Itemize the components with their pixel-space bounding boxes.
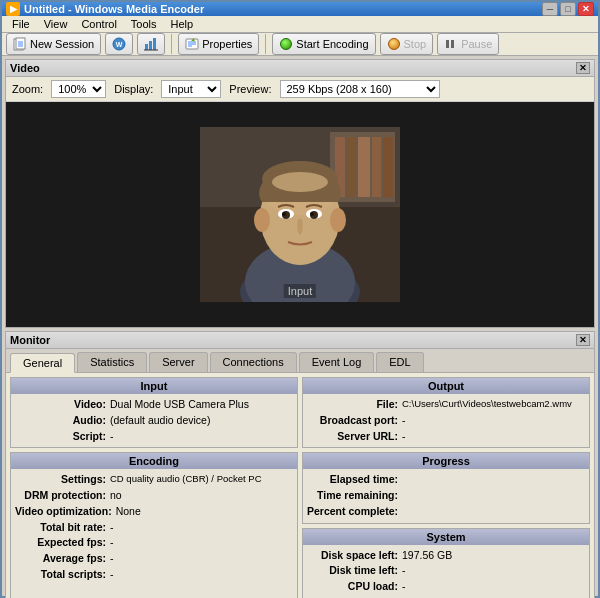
video-close-button[interactable]: ✕ <box>576 62 590 74</box>
svg-point-37 <box>272 172 328 192</box>
enc-expfps-row: Expected fps: - <box>15 535 293 551</box>
svg-point-33 <box>310 212 314 216</box>
enc-scripts-value: - <box>110 567 114 583</box>
output-server-value: - <box>402 429 406 445</box>
icon2-button[interactable]: W <box>105 33 133 55</box>
system-box: System Disk space left: 197.56 GB Disk t… <box>302 528 590 599</box>
monitor-close-button[interactable]: ✕ <box>576 334 590 346</box>
video-section: Video ✕ Zoom: 100% 50% 200% Display: Inp… <box>2 56 598 331</box>
prog-elapsed-label: Elapsed time: <box>307 472 402 488</box>
input-audio-row: Audio: (default audio device) <box>15 413 293 429</box>
properties-button[interactable]: Properties <box>178 33 259 55</box>
video-display: Input <box>6 102 594 327</box>
tab-edl[interactable]: EDL <box>376 352 423 372</box>
maximize-button[interactable]: □ <box>560 2 576 16</box>
toolbar: New Session W <box>2 33 598 56</box>
prog-percent-row: Percent complete: <box>307 504 585 520</box>
enc-settings-value: CD quality audio (CBR) / Pocket PC <box>110 472 262 488</box>
display-select[interactable]: Input Output <box>161 80 221 98</box>
monitor-section: Monitor ✕ General Statistics Server Conn… <box>2 331 598 598</box>
input-video-label: Video: <box>15 397 110 413</box>
monitor-title: Monitor <box>10 334 50 346</box>
main-window: ▶ Untitled - Windows Media Encoder ─ □ ✕… <box>0 0 600 598</box>
monitor-top-grid: Input Video: Dual Mode USB Camera Plus A… <box>10 377 590 448</box>
preview-select[interactable]: 259 Kbps (208 x 160) <box>280 80 440 98</box>
input-box-header: Input <box>11 378 297 394</box>
svg-rect-20 <box>358 137 370 197</box>
tab-server[interactable]: Server <box>149 352 207 372</box>
menu-tools[interactable]: Tools <box>125 16 163 32</box>
prog-elapsed-row: Elapsed time: <box>307 472 585 488</box>
output-file-value: C:\Users\Curt\Videos\testwebcam2.wmv <box>402 397 572 413</box>
video-input-label: Input <box>284 284 316 298</box>
video-title: Video <box>10 62 40 74</box>
tab-eventlog[interactable]: Event Log <box>299 352 375 372</box>
display-label: Display: <box>114 83 153 95</box>
prog-percent-label: Percent complete: <box>307 504 402 520</box>
output-port-label: Broadcast port: <box>307 413 402 429</box>
enc-avgfps-label: Average fps: <box>15 551 110 567</box>
sys-disk-space-value: 197.56 GB <box>402 548 452 564</box>
enc-settings-row: Settings: CD quality audio (CBR) / Pocke… <box>15 472 293 488</box>
enc-avgfps-value: - <box>110 551 114 567</box>
enc-scripts-label: Total scripts: <box>15 567 110 583</box>
svg-text:W: W <box>116 41 123 48</box>
video-controls-bar: Zoom: 100% 50% 200% Display: Input Outpu… <box>6 77 594 102</box>
input-audio-label: Audio: <box>15 413 110 429</box>
tab-connections[interactable]: Connections <box>210 352 297 372</box>
sep2 <box>265 34 266 54</box>
output-box-header: Output <box>303 378 589 394</box>
svg-rect-19 <box>348 137 356 197</box>
system-box-content: Disk space left: 197.56 GB Disk time lef… <box>303 545 589 598</box>
properties-label: Properties <box>202 38 252 50</box>
tab-statistics[interactable]: Statistics <box>77 352 147 372</box>
window-title: Untitled - Windows Media Encoder <box>24 3 204 15</box>
sys-disk-time-value: - <box>402 563 406 579</box>
pause-label: Pause <box>461 38 492 50</box>
input-script-row: Script: - <box>15 429 293 445</box>
enc-expfps-value: - <box>110 535 114 551</box>
svg-rect-21 <box>372 137 381 197</box>
monitor-panel: Monitor ✕ General Statistics Server Conn… <box>5 331 595 598</box>
chart-button[interactable] <box>137 33 165 55</box>
output-file-label: File: <box>307 397 402 413</box>
minimize-button[interactable]: ─ <box>542 2 558 16</box>
enc-expfps-label: Expected fps: <box>15 535 110 551</box>
menu-view[interactable]: View <box>38 16 74 32</box>
encoding-box-content: Settings: CD quality audio (CBR) / Pocke… <box>11 469 297 585</box>
output-server-row: Server URL: - <box>307 429 585 445</box>
enc-opt-row: Video optimization: None <box>15 504 293 520</box>
menu-file[interactable]: File <box>6 16 36 32</box>
new-session-button[interactable]: New Session <box>6 33 101 55</box>
stop-button[interactable]: Stop <box>380 33 434 55</box>
video-header: Video ✕ <box>6 60 594 77</box>
video-panel: Video ✕ Zoom: 100% 50% 200% Display: Inp… <box>5 59 595 328</box>
right-monitor-col: Progress Elapsed time: Time remaining: <box>302 452 590 598</box>
enc-drm-row: DRM protection: no <box>15 488 293 504</box>
zoom-select[interactable]: 100% 50% 200% <box>51 80 106 98</box>
enc-opt-label: Video optimization: <box>15 504 116 520</box>
zoom-label: Zoom: <box>12 83 43 95</box>
svg-rect-9 <box>153 38 156 50</box>
tab-general[interactable]: General <box>10 353 75 373</box>
new-session-label: New Session <box>30 38 94 50</box>
input-box-content: Video: Dual Mode USB Camera Plus Audio: … <box>11 394 297 447</box>
preview-label: Preview: <box>229 83 271 95</box>
title-bar: ▶ Untitled - Windows Media Encoder ─ □ ✕ <box>2 2 598 16</box>
enc-scripts-row: Total scripts: - <box>15 567 293 583</box>
enc-drm-value: no <box>110 488 122 504</box>
enc-opt-value: None <box>116 504 141 520</box>
progress-box: Progress Elapsed time: Time remaining: <box>302 452 590 523</box>
progress-box-header: Progress <box>303 453 589 469</box>
monitor-bottom-grid: Encoding Settings: CD quality audio (CBR… <box>10 452 590 598</box>
start-encoding-button[interactable]: Start Encoding <box>272 33 375 55</box>
video-content <box>200 127 400 302</box>
input-video-value: Dual Mode USB Camera Plus <box>110 397 249 413</box>
menu-control[interactable]: Control <box>75 16 122 32</box>
close-button[interactable]: ✕ <box>578 2 594 16</box>
monitor-tab-content: Input Video: Dual Mode USB Camera Plus A… <box>6 373 594 598</box>
pause-button[interactable]: Pause <box>437 33 499 55</box>
prog-remaining-row: Time remaining: <box>307 488 585 504</box>
menu-help[interactable]: Help <box>165 16 200 32</box>
output-file-row: File: C:\Users\Curt\Videos\testwebcam2.w… <box>307 397 585 413</box>
